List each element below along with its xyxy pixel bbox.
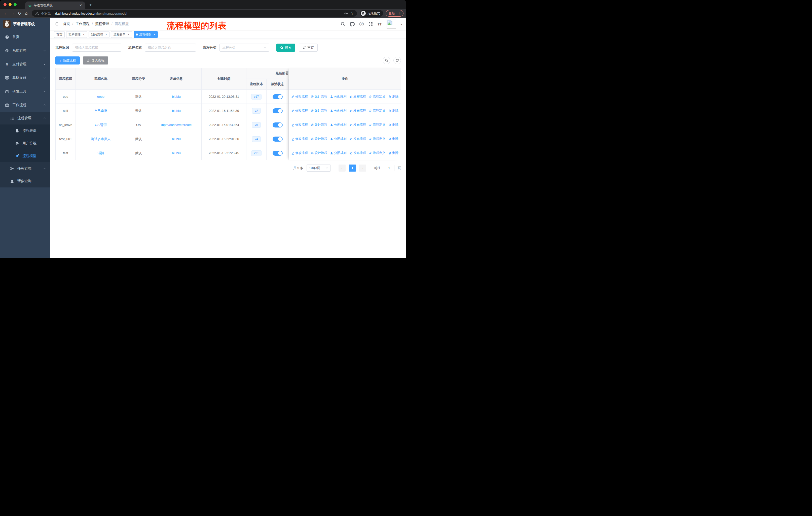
minimize-window-button[interactable] xyxy=(8,3,11,6)
search-icon[interactable] xyxy=(341,22,345,26)
browser-tab[interactable]: 芋道管理系统 ✕ xyxy=(25,1,85,9)
process-definition-link[interactable]: 流程定义 xyxy=(369,151,385,155)
assign-rule-link[interactable]: 分配规则 xyxy=(330,123,347,127)
sidebar-item-system[interactable]: 系统管理 xyxy=(0,44,50,57)
process-definition-link[interactable]: 流程定义 xyxy=(369,137,385,141)
form-info-link[interactable]: /bpm/oa/leave/create xyxy=(161,123,192,127)
active-toggle[interactable] xyxy=(272,137,283,142)
breadcrumb-workflow[interactable]: 工作流程 xyxy=(76,22,90,26)
browser-menu-icon[interactable]: ⋮ xyxy=(398,11,401,16)
password-key-icon[interactable] xyxy=(344,11,348,16)
sidebar-item-home[interactable]: 首页 xyxy=(0,30,50,44)
process-name-link[interactable]: OA 请假 xyxy=(95,123,107,127)
prev-page-button[interactable]: ‹ xyxy=(339,165,346,171)
filter-name-input[interactable] xyxy=(145,44,196,52)
search-button[interactable]: 搜索 xyxy=(277,44,295,52)
home-button[interactable]: ⌂ xyxy=(23,11,30,16)
process-definition-link[interactable]: 流程定义 xyxy=(369,94,385,99)
next-page-button[interactable]: › xyxy=(359,165,366,171)
sidebar-item-process-form[interactable]: 流程表单 xyxy=(0,125,50,137)
filter-category-select[interactable]: 流程分类 xyxy=(220,44,269,52)
sidebar-item-user-group[interactable]: 用户分组 xyxy=(0,137,50,150)
page-1-button[interactable]: 1 xyxy=(349,165,356,171)
process-definition-link[interactable]: 流程定义 xyxy=(369,109,385,113)
modify-process-link[interactable]: 修改流程 xyxy=(291,94,308,99)
assign-rule-link[interactable]: 分配规则 xyxy=(330,151,347,155)
avatar[interactable] xyxy=(387,19,396,29)
new-tab-button[interactable]: + xyxy=(89,2,92,8)
active-toggle[interactable] xyxy=(272,108,283,113)
forward-button[interactable]: → xyxy=(9,11,16,16)
reset-button[interactable]: 重置 xyxy=(299,44,318,52)
refresh-table-button[interactable] xyxy=(394,57,401,64)
create-process-button[interactable]: + 新建流程 xyxy=(55,56,80,64)
publish-process-link[interactable]: 发布流程 xyxy=(349,123,366,127)
process-name-link[interactable]: 测试多审批人 xyxy=(91,137,111,141)
publish-process-link[interactable]: 发布流程 xyxy=(349,109,366,113)
url-bar[interactable]: 不安全 dashboard.yudao.iocoder.cn/bpm/manag… xyxy=(32,10,357,17)
process-name-link[interactable]: 自己审批 xyxy=(94,109,108,113)
tag-home[interactable]: 首页 xyxy=(54,31,65,38)
tag-process-form[interactable]: 流程表单 ✕ xyxy=(111,31,132,38)
design-process-link[interactable]: 设计流程 xyxy=(311,137,327,141)
design-process-link[interactable]: 设计流程 xyxy=(311,151,327,155)
active-toggle[interactable] xyxy=(272,123,283,128)
active-toggle[interactable] xyxy=(272,94,283,99)
modify-process-link[interactable]: 修改流程 xyxy=(291,137,308,141)
sidebar-item-dev[interactable]: 研发工具 xyxy=(0,85,50,98)
tab-close-icon[interactable]: ✕ xyxy=(79,3,82,7)
tag-tenant[interactable]: 租户管理 ✕ xyxy=(66,31,87,38)
active-toggle[interactable] xyxy=(272,151,283,156)
breadcrumb-process-mgmt[interactable]: 流程管理 xyxy=(95,22,109,26)
goto-page-input[interactable] xyxy=(384,165,395,171)
reload-button[interactable]: ↻ xyxy=(16,11,23,16)
page-size-select[interactable]: 10条/页 xyxy=(307,165,331,171)
modify-process-link[interactable]: 修改流程 xyxy=(291,109,308,113)
font-size-icon[interactable]: тT xyxy=(378,22,382,26)
close-icon[interactable]: ✕ xyxy=(127,33,129,36)
zoom-window-button[interactable] xyxy=(13,3,17,6)
process-definition-link[interactable]: 流程定义 xyxy=(369,123,385,127)
sidebar-item-process-mgmt[interactable]: 流程管理 xyxy=(0,112,50,125)
breadcrumb-home[interactable]: 首页 xyxy=(63,22,70,26)
publish-process-link[interactable]: 发布流程 xyxy=(349,151,366,155)
process-name-link[interactable]: eeee xyxy=(97,95,105,99)
delete-link[interactable]: 删除 xyxy=(388,94,399,99)
modify-process-link[interactable]: 修改流程 xyxy=(291,123,308,127)
sidebar-collapse-icon[interactable] xyxy=(54,22,58,26)
assign-rule-link[interactable]: 分配规则 xyxy=(330,137,347,141)
bookmark-star-icon[interactable]: ☆ xyxy=(350,11,353,16)
modify-process-link[interactable]: 修改流程 xyxy=(291,151,308,155)
help-icon[interactable]: ? xyxy=(359,22,364,26)
show-search-button[interactable] xyxy=(383,57,390,64)
sidebar-item-process-model[interactable]: 流程模型 xyxy=(0,150,50,162)
form-info-link[interactable]: biubiu xyxy=(172,137,181,141)
tag-process-model[interactable]: 流程模型 ✕ xyxy=(134,31,158,38)
sidebar-item-pay[interactable]: ¥ 支付管理 xyxy=(0,57,50,71)
design-process-link[interactable]: 设计流程 xyxy=(311,109,327,113)
assign-rule-link[interactable]: 分配规则 xyxy=(330,94,347,99)
import-process-button[interactable]: 导入流程 xyxy=(83,56,108,64)
sidebar-item-workflow[interactable]: 工作流程 xyxy=(0,98,50,112)
close-icon[interactable]: ✕ xyxy=(105,33,107,36)
assign-rule-link[interactable]: 分配规则 xyxy=(330,109,347,113)
sidebar-item-task-mgmt[interactable]: 任务管理 xyxy=(0,162,50,175)
github-icon[interactable] xyxy=(350,22,355,26)
delete-link[interactable]: 删除 xyxy=(388,123,399,127)
design-process-link[interactable]: 设计流程 xyxy=(311,94,327,99)
close-icon[interactable]: ✕ xyxy=(153,33,155,36)
form-info-link[interactable]: biubiu xyxy=(172,151,181,155)
chevron-down-icon[interactable]: ▾ xyxy=(401,23,402,25)
delete-link[interactable]: 删除 xyxy=(388,109,399,113)
form-info-link[interactable]: biubiu xyxy=(172,95,181,99)
filter-key-input[interactable] xyxy=(72,44,121,52)
sidebar-item-infra[interactable]: 基础设施 xyxy=(0,71,50,85)
delete-link[interactable]: 删除 xyxy=(388,151,399,155)
tag-my-process[interactable]: 我的流程 ✕ xyxy=(89,31,110,38)
sidebar-item-leave-query[interactable]: 请假查询 xyxy=(0,175,50,187)
process-name-link[interactable]: 滔博 xyxy=(98,151,104,156)
close-icon[interactable]: ✕ xyxy=(83,33,85,36)
form-info-link[interactable]: biubiu xyxy=(172,109,181,113)
design-process-link[interactable]: 设计流程 xyxy=(311,123,327,127)
fullscreen-icon[interactable] xyxy=(369,22,373,26)
